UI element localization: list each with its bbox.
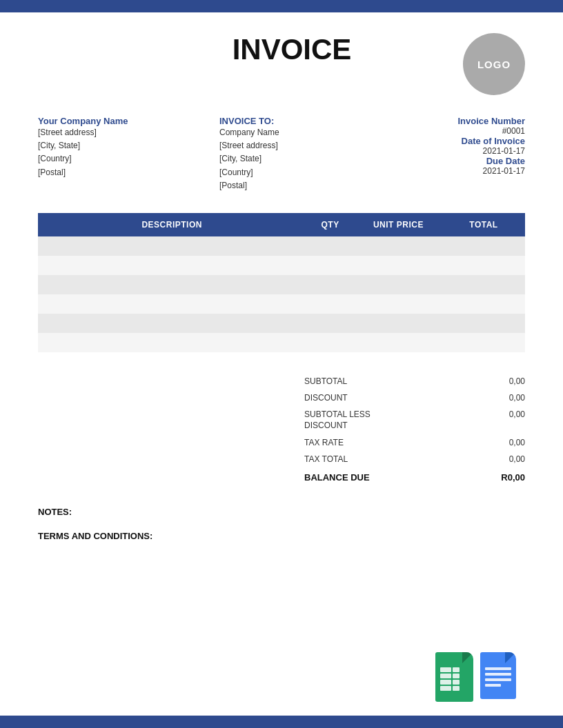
sender-country: [Country] [38, 152, 219, 165]
cell-description [38, 314, 306, 333]
table-row [38, 275, 525, 294]
totals-section: SUBTOTAL 0,00 DISCOUNT 0,00 SUBTOTAL LES… [38, 373, 525, 486]
cell-description [38, 275, 306, 294]
cell-unitPrice [355, 256, 442, 275]
cell-qty [306, 236, 355, 256]
notes-label: NOTES: [38, 507, 525, 517]
balance-due-row: BALANCE DUE R0,00 [304, 469, 525, 486]
cell-qty [306, 256, 355, 275]
tax-total-row: TAX TOTAL 0,00 [304, 451, 525, 467]
subtotal-less-row: SUBTOTAL LESS DISCOUNT 0,00 [304, 406, 525, 434]
invoice-meta: Invoice Number #0001 Date of Invoice 202… [401, 116, 525, 192]
col-header-total: TOTAL [442, 213, 525, 236]
date-of-invoice-value: 2021-01-17 [401, 146, 525, 156]
top-bar [0, 0, 563, 12]
cell-total [442, 236, 525, 256]
tax-rate-row: TAX RATE 0,00 [304, 434, 525, 451]
subtotal-less-label: SUBTOTAL LESS DISCOUNT [304, 410, 415, 431]
balance-due-value: R0,00 [484, 472, 525, 483]
col-header-description: DESCRIPTION [38, 213, 306, 236]
recipient-company-name: Company Name [219, 126, 401, 139]
balance-due-label: BALANCE DUE [304, 472, 370, 483]
discount-label: DISCOUNT [304, 393, 484, 403]
subtotal-less-value: 0,00 [484, 410, 525, 431]
invoice-table: DESCRIPTION QTY UNIT PRICE TOTAL [38, 213, 525, 352]
cell-total [442, 256, 525, 275]
col-header-unit-price: UNIT PRICE [355, 213, 442, 236]
col-header-qty: QTY [306, 213, 355, 236]
sender-postal: [Postal] [38, 166, 219, 179]
terms-label: TERMS AND CONDITIONS: [38, 531, 525, 541]
google-sheets-icon [435, 652, 484, 707]
invoice-title: INVOICE [233, 33, 352, 66]
subtotal-row: SUBTOTAL 0,00 [304, 373, 525, 390]
tax-rate-value: 0,00 [484, 438, 525, 447]
recipient-country: [Country] [219, 166, 401, 179]
invoice-number-label: Invoice Number [401, 116, 525, 126]
google-docs-icon [480, 652, 525, 704]
cell-total [442, 333, 525, 352]
invoice-to-label: INVOICE TO: [219, 116, 401, 126]
recipient-address: INVOICE TO: Company Name [Street address… [219, 116, 401, 192]
cell-unitPrice [355, 275, 442, 294]
cell-qty [306, 275, 355, 294]
terms-section: TERMS AND CONDITIONS: [38, 531, 525, 541]
cell-unitPrice [355, 294, 442, 314]
invoice-number-value: #0001 [401, 126, 525, 136]
cell-unitPrice [355, 333, 442, 352]
header-row: INVOICE LOGO [38, 33, 525, 95]
discount-row: DISCOUNT 0,00 [304, 390, 525, 406]
cell-description [38, 256, 306, 275]
due-date-label: Due Date [401, 156, 525, 166]
cell-total [442, 314, 525, 333]
subtotal-label: SUBTOTAL [304, 376, 484, 386]
table-row [38, 256, 525, 275]
due-date-value: 2021-01-17 [401, 166, 525, 176]
cell-qty [306, 294, 355, 314]
cell-description [38, 236, 306, 256]
table-row [38, 333, 525, 352]
tax-total-value: 0,00 [484, 454, 525, 464]
sender-company-name: Your Company Name [38, 116, 219, 126]
subtotal-value: 0,00 [484, 376, 525, 386]
bottom-bar [0, 716, 563, 728]
logo-circle: LOGO [463, 33, 525, 95]
sender-address: Your Company Name [Street address] [City… [38, 116, 219, 192]
tax-rate-label: TAX RATE [304, 438, 484, 447]
cell-unitPrice [355, 314, 442, 333]
sender-street: [Street address] [38, 126, 219, 139]
recipient-postal: [Postal] [219, 179, 401, 192]
date-of-invoice-label: Date of Invoice [401, 136, 525, 146]
tax-total-label: TAX TOTAL [304, 454, 484, 464]
logo-text: LOGO [477, 59, 511, 70]
cell-total [442, 275, 525, 294]
table-row [38, 236, 525, 256]
cell-description [38, 333, 306, 352]
recipient-street: [Street address] [219, 139, 401, 152]
table-header-row: DESCRIPTION QTY UNIT PRICE TOTAL [38, 213, 525, 236]
discount-value: 0,00 [484, 393, 525, 403]
cell-total [442, 294, 525, 314]
notes-section: NOTES: [38, 507, 525, 517]
bottom-icons [435, 652, 525, 707]
totals-table: SUBTOTAL 0,00 DISCOUNT 0,00 SUBTOTAL LES… [304, 373, 525, 486]
address-section: Your Company Name [Street address] [City… [38, 116, 525, 192]
table-row [38, 294, 525, 314]
cell-qty [306, 333, 355, 352]
recipient-city-state: [City, State] [219, 152, 401, 165]
cell-description [38, 294, 306, 314]
cell-unitPrice [355, 236, 442, 256]
cell-qty [306, 314, 355, 333]
invoice-title-spacer: INVOICE [38, 33, 463, 66]
sender-city-state: [City, State] [38, 139, 219, 152]
table-row [38, 314, 525, 333]
